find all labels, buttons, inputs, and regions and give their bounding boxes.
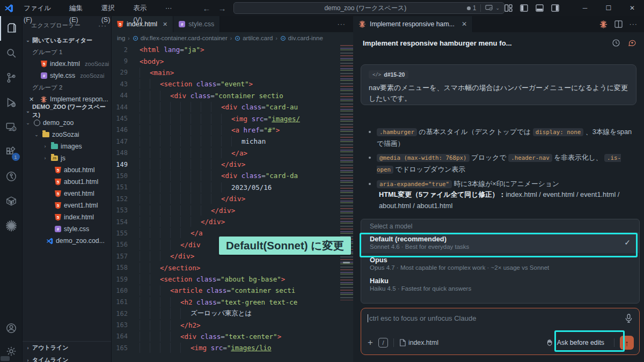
container-activity-icon[interactable] <box>0 189 23 213</box>
code-line-154[interactable]: 154</div> <box>112 216 353 227</box>
code-line-149[interactable]: 149</div> <box>112 159 353 170</box>
tree-item-zooSozai[interactable]: ⌄zooSozai <box>23 129 111 141</box>
menu-e[interactable]: 編集(E) <box>64 2 97 14</box>
claude-activity-icon[interactable] <box>0 213 23 238</box>
tree-item-event1-html[interactable]: 5event1.html <box>23 200 111 211</box>
expand-chevron-icon[interactable]: ⌄ <box>25 120 31 125</box>
explorer-activity-icon[interactable] <box>0 16 23 41</box>
tree-item-about1-html[interactable]: 5about1.html <box>23 176 111 188</box>
live-preview-activity-icon[interactable]: $ <box>0 115 23 139</box>
slash-command-icon[interactable]: / <box>378 338 388 348</box>
ask-before-edits-button[interactable]: Ask before edits <box>541 336 609 349</box>
chat-input-box[interactable]: ctrl esc to focus or unfocus Claude + / … <box>361 308 640 355</box>
new-conversation-icon[interactable] <box>628 39 636 47</box>
nav-forward-icon[interactable]: → <box>218 4 226 13</box>
claude-panel-tab[interactable]: Implement responsive ham... ✕ <box>353 16 473 32</box>
tab-style.css[interactable]: #style.css <box>173 16 220 32</box>
code-line-159[interactable]: 159<section class="about bg-base"> <box>112 274 353 285</box>
code-line-150[interactable]: 150<div class="card-da <box>112 170 353 181</box>
code-line-152[interactable]: 152</div> <box>112 193 353 204</box>
code-line-163[interactable]: 163</h2> <box>112 319 353 330</box>
editor-more-actions-icon[interactable]: ··· <box>338 20 354 28</box>
tree-item-images[interactable]: ›images <box>23 141 111 152</box>
code-line-153[interactable]: 153</div> <box>112 204 353 216</box>
toggle-secondary-sidebar-icon[interactable] <box>551 4 559 12</box>
command-center[interactable]: demo_zoo (ワークスペース) 1 ⌄ <box>233 2 504 14</box>
toggle-panel-icon[interactable] <box>536 4 544 12</box>
code-line-145[interactable]: 145<img src="images/ <box>112 113 353 124</box>
extensions-activity-icon[interactable]: 1 <box>0 139 23 164</box>
code-line-146[interactable]: 146<a href="#"> <box>112 124 353 136</box>
menu-s[interactable]: 選択(S) <box>97 2 129 14</box>
close-tab-icon[interactable]: ✕ <box>163 21 167 28</box>
send-button[interactable]: ↑ <box>620 336 634 350</box>
code-area[interactable]: 2<html lang="ja">9<body>29<main>43<secti… <box>112 44 353 362</box>
nav-back-icon[interactable]: ← <box>202 4 210 13</box>
user-message-card[interactable]: </> d#15-20 nav要素のメニューを、スマホ幅の場合はハンバーガーメニ… <box>361 64 636 105</box>
minimize-button[interactable]: ─ <box>573 0 597 16</box>
model-option-haiku[interactable]: HaikuHaiku 4.5 · Fastest for quick answe… <box>361 274 639 295</box>
settings-gear-icon[interactable] <box>0 341 23 362</box>
close-button[interactable]: ✕ <box>620 0 644 16</box>
accounts-activity-icon[interactable] <box>0 316 23 341</box>
code-line-165[interactable]: 165<img src="images/lio <box>112 342 353 353</box>
breadcrumb[interactable]: ing›div.flex-container.card-container›ar… <box>112 32 353 44</box>
code-line-158[interactable]: 158</section> <box>112 262 353 273</box>
open-editor-item[interactable]: 5index.htmlzooSozai <box>23 58 111 70</box>
code-line-160[interactable]: 160<article class="container secti <box>112 285 353 296</box>
breadcrumb-item[interactable]: ing <box>117 35 125 41</box>
run-debug-activity-icon[interactable] <box>0 90 23 115</box>
code-line-161[interactable]: 161<h2 class="text-green text-ce <box>112 297 353 308</box>
workspace-section[interactable]: ⌄DEMO_ZOO (ワークスペース) <box>23 105 111 117</box>
gitlens-activity-icon[interactable] <box>0 164 23 189</box>
close-tab-icon[interactable]: ✕ <box>462 20 467 28</box>
model-option-default[interactable]: Default (recommended)Sonnet 4.6 · Best f… <box>361 232 639 253</box>
code-line-148[interactable]: 148</a> <box>112 147 353 159</box>
code-line-44[interactable]: 44<div class="container sectio <box>112 90 353 101</box>
menu-f[interactable]: ファイル(F) <box>19 2 64 14</box>
open-editor-item[interactable]: #style.csszooSozai <box>23 70 111 82</box>
code-line-43[interactable]: 43<section class="event"> <box>112 78 353 90</box>
attach-plus-icon[interactable]: + <box>368 337 373 348</box>
attached-file[interactable]: index.html <box>399 339 438 346</box>
split-editor-icon[interactable] <box>614 20 623 28</box>
toggle-sidebar-icon[interactable] <box>520 4 528 12</box>
tree-item-demo-zoo-cod---[interactable]: demo_zoo.cod... <box>23 235 111 247</box>
tab-index.html[interactable]: 5index.html✕ <box>112 16 173 32</box>
code-line-151[interactable]: 1512023/05/16 <box>112 182 353 193</box>
open-editors-section[interactable]: ⌄開いているエディター <box>23 34 111 46</box>
model-option-opus[interactable]: OpusOpus 4.7 · Most capable for complex … <box>361 253 639 274</box>
expand-chevron-icon[interactable]: ⌄ <box>33 132 40 137</box>
history-clock-icon[interactable] <box>612 39 620 47</box>
search-activity-icon[interactable] <box>0 41 23 65</box>
code-line-9[interactable]: 9<body> <box>112 55 353 67</box>
code-line-144[interactable]: 144<div class="card-au <box>112 101 353 113</box>
breadcrumb-item[interactable]: artilce.card <box>235 35 273 41</box>
tree-item-index-html[interactable]: 5index.html <box>23 211 111 223</box>
tree-item-js[interactable]: ›JSjs <box>23 152 111 164</box>
timeline-section[interactable]: ›タイムライン <box>23 354 112 362</box>
remote-indicator[interactable]: ⌄ <box>481 5 500 11</box>
maximize-button[interactable]: ☐ <box>597 0 620 16</box>
code-line-2[interactable]: 2<html lang="ja"> <box>112 44 353 55</box>
menu-[interactable]: ··· <box>160 2 177 14</box>
expand-chevron-icon[interactable]: › <box>42 144 48 149</box>
new-chat-starburst-icon[interactable] <box>599 20 608 28</box>
tree-item-event-html[interactable]: 5event.html <box>23 188 111 200</box>
close-editor-icon[interactable]: ✕ <box>29 96 35 103</box>
tree-item-style-css[interactable]: #style.css <box>23 223 111 235</box>
menu-v[interactable]: 表示(V) <box>128 2 160 14</box>
tree-item-about-html[interactable]: 5about.html <box>23 164 111 176</box>
code-line-29[interactable]: 29<main> <box>112 67 353 78</box>
source-control-activity-icon[interactable] <box>0 65 23 90</box>
breadcrumb-item[interactable]: div.card-inne <box>280 35 323 41</box>
code-line-164[interactable]: 164<div class="text-center"> <box>112 331 353 342</box>
expand-chevron-icon[interactable]: › <box>42 156 48 161</box>
microphone-icon[interactable] <box>625 314 633 323</box>
outline-section[interactable]: ›アウトライン <box>23 342 112 354</box>
code-line-162[interactable]: 162ズーロッパ東京とは <box>112 308 353 319</box>
code-line-147[interactable]: 147michan <box>112 136 353 147</box>
breadcrumb-item[interactable]: div.flex-container.card-container <box>133 35 228 41</box>
customize-layout-icon[interactable] <box>504 4 513 12</box>
panel-more-icon[interactable]: ··· <box>630 20 638 28</box>
